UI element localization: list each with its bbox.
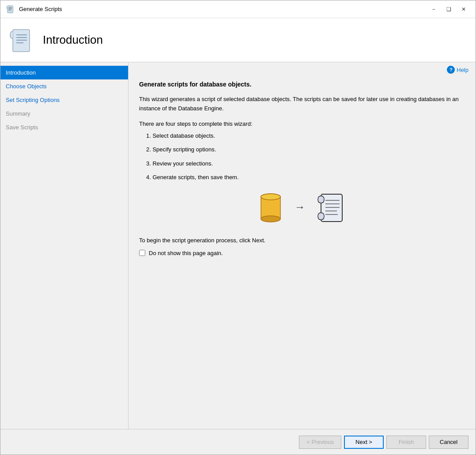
list-item: 2. Specify scripting options. <box>146 145 465 154</box>
svg-point-14 <box>261 194 280 200</box>
database-icon <box>257 192 284 222</box>
app-icon <box>6 4 15 14</box>
svg-point-11 <box>261 216 280 222</box>
next-button[interactable]: Next > <box>344 436 384 449</box>
minimize-button[interactable]: − <box>427 4 440 15</box>
checkbox-label[interactable]: Do not show this page again. <box>149 250 223 256</box>
main-content: Generate scripts for database objects. T… <box>128 77 476 429</box>
list-item: 1. Select database objects. <box>146 132 465 140</box>
steps-list: 1. Select database objects. 2. Specify s… <box>146 132 465 182</box>
titlebar: Generate Scripts − ❑ ✕ <box>0 0 476 18</box>
section-title: Generate scripts for database objects. <box>139 81 465 88</box>
restore-button[interactable]: ❑ <box>442 4 455 15</box>
description-text: This wizard generates a script of select… <box>139 95 465 113</box>
help-icon: ? <box>447 66 455 74</box>
sidebar: Introduction Choose Objects Set Scriptin… <box>0 62 128 429</box>
main-panel: ? Help Generate scripts for database obj… <box>128 62 476 429</box>
content-area: Introduction Choose Objects Set Scriptin… <box>0 62 476 429</box>
sidebar-item-save-scripts: Save Scripts <box>0 120 128 134</box>
list-item: 4. Generate scripts, then save them. <box>146 173 465 182</box>
illustration: → <box>139 191 465 224</box>
sidebar-item-introduction[interactable]: Introduction <box>0 66 128 79</box>
arrow-icon: → <box>295 201 305 213</box>
checkbox-row: Do not show this page again. <box>139 250 465 256</box>
close-button[interactable]: ✕ <box>457 4 470 15</box>
header: Introduction <box>0 18 476 62</box>
scroll-icon <box>316 191 347 224</box>
svg-rect-4 <box>13 30 30 52</box>
sidebar-item-summary: Summary <box>0 107 128 120</box>
main-window: Generate Scripts − ❑ ✕ Introduction <box>0 0 476 455</box>
footer: < Previous Next > Finish Cancel <box>0 429 476 455</box>
cancel-button[interactable]: Cancel <box>429 436 468 449</box>
steps-intro: There are four steps to complete this wi… <box>139 120 465 127</box>
begin-text: To begin the script generation process, … <box>139 237 465 244</box>
sidebar-item-choose-objects[interactable]: Choose Objects <box>0 79 128 93</box>
window-title: Generate Scripts <box>19 6 427 12</box>
titlebar-controls: − ❑ ✕ <box>427 4 470 15</box>
previous-button[interactable]: < Previous <box>299 436 341 449</box>
dont-show-checkbox[interactable] <box>139 250 145 256</box>
sidebar-item-set-scripting-options[interactable]: Set Scripting Options <box>0 93 128 107</box>
page-title: Introduction <box>43 33 103 47</box>
header-icon <box>9 27 36 53</box>
help-bar: ? Help <box>128 62 476 77</box>
svg-rect-0 <box>8 5 13 13</box>
finish-button[interactable]: Finish <box>386 436 426 449</box>
help-link[interactable]: ? Help <box>447 66 468 74</box>
list-item: 3. Review your selections. <box>146 159 465 168</box>
